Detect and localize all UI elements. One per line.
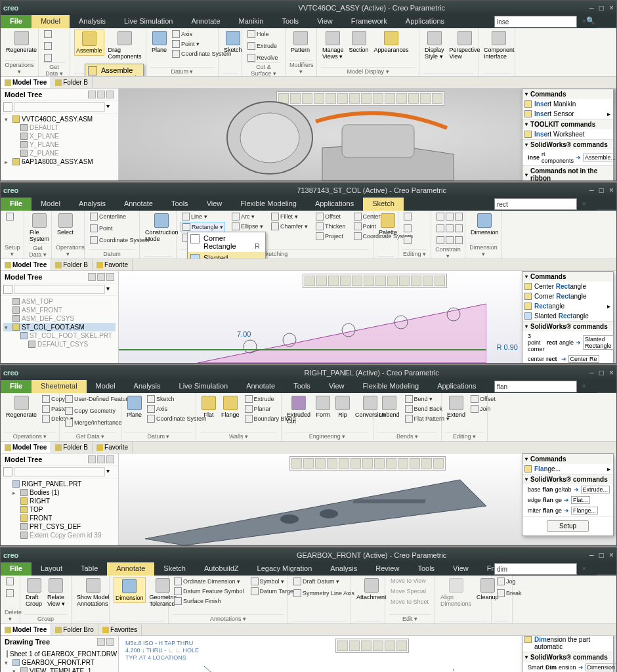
sketch-button[interactable]: Sketch bbox=[223, 30, 244, 54]
rectangle-link[interactable]: Rectangle ▾ bbox=[181, 222, 225, 232]
tab-applications[interactable]: Applications bbox=[306, 198, 363, 211]
search-result[interactable]: Slanted Rectangle bbox=[522, 311, 613, 321]
tab-analysis[interactable]: Analysis bbox=[125, 380, 170, 393]
tab-manikin[interactable]: Manikin bbox=[230, 15, 273, 28]
navtab-model-tree[interactable]: Model Tree bbox=[1, 259, 51, 270]
sp-hdr-commands[interactable]: Commands bbox=[522, 89, 613, 99]
centerline-link[interactable]: Centerline bbox=[89, 212, 127, 221]
navtab-favorite[interactable]: Favorite bbox=[93, 442, 133, 453]
manage-views-button[interactable]: Manage Views ▾ bbox=[321, 30, 345, 61]
draft-datum-link[interactable]: Draft Datum ▾ bbox=[292, 577, 341, 586]
minimize-icon[interactable]: – bbox=[589, 186, 594, 195]
search-result[interactable]: Dimension the part automatic bbox=[522, 636, 613, 652]
maximize-icon[interactable]: □ bbox=[599, 3, 604, 12]
tree-item[interactable]: Y_PLANE bbox=[3, 140, 116, 149]
close-icon[interactable]: × bbox=[609, 186, 614, 195]
quick-access[interactable] bbox=[22, 368, 154, 377]
tree-item[interactable]: ASM_TOP bbox=[3, 297, 116, 306]
tab-autobuildz[interactable]: AutobuildZ bbox=[195, 562, 248, 576]
tree-item[interactable]: X_PLANE bbox=[3, 132, 116, 140]
sp-hdr-solidworks[interactable]: SolidWorks® commands bbox=[522, 140, 613, 150]
tree-toolbar[interactable] bbox=[88, 273, 114, 281]
tab-live-simulation[interactable]: Live Simulation bbox=[115, 15, 182, 28]
tree-item[interactable]: ASM_DEF_CSYS bbox=[3, 314, 116, 323]
tab-live-simulation[interactable]: Live Simulation bbox=[170, 380, 238, 393]
datum-feature-link[interactable]: Datum Feature Symbol bbox=[173, 587, 245, 596]
dropdown-slanted-rect[interactable]: Slanted Rectangle bbox=[188, 252, 265, 259]
tab-annotate[interactable]: Annotate bbox=[107, 562, 154, 576]
navtab-favorite[interactable]: Favorite bbox=[93, 259, 133, 270]
tree-item[interactable]: ST_COL_FOOT_SKEL.PRT bbox=[3, 331, 116, 340]
tree-item[interactable]: Z_PLANE bbox=[3, 149, 116, 158]
navtab-folder[interactable]: Folder Bro bbox=[51, 624, 98, 635]
tab-analysis[interactable]: Analysis bbox=[70, 15, 115, 28]
jog-link[interactable]: Jog bbox=[496, 577, 517, 586]
clear-search-icon[interactable]: × bbox=[582, 200, 586, 207]
tab-view[interactable]: View bbox=[198, 198, 232, 211]
file-system-button[interactable]: File System bbox=[28, 212, 51, 243]
tree-item[interactable]: ▸Bodies (1) bbox=[3, 488, 116, 497]
tab-sketch[interactable]: Sketch bbox=[154, 562, 195, 576]
break-link[interactable]: Break bbox=[496, 589, 523, 598]
3d-viewport[interactable]: Commands Insert Manikin Insert Sensor TO… bbox=[119, 89, 616, 180]
search-mapping[interactable]: base flange/tab➜Extrude... bbox=[522, 484, 613, 495]
plane-button[interactable]: Plane bbox=[150, 30, 168, 54]
tree-filter[interactable]: ▾ bbox=[1, 101, 118, 114]
thicken-link[interactable]: Thicken bbox=[314, 222, 347, 231]
command-search-input[interactable] bbox=[494, 381, 577, 392]
search-result[interactable]: Corner Rectangle bbox=[522, 291, 613, 301]
plane-button[interactable]: Plane bbox=[125, 394, 143, 419]
tree-item[interactable]: DEFAULT_CSYS bbox=[3, 340, 116, 348]
tab-review[interactable]: Review bbox=[366, 562, 408, 576]
revolve-link[interactable]: Revolve bbox=[246, 53, 280, 62]
relate-view-button[interactable]: Relate View ▾ bbox=[46, 577, 66, 608]
navtab-favorites[interactable]: Favorites bbox=[98, 624, 142, 635]
close-icon[interactable]: × bbox=[609, 3, 614, 12]
tree-item[interactable]: PRT_CSYS_DEF bbox=[3, 522, 116, 531]
search-mapping[interactable]: insert components➜Assemble... bbox=[522, 150, 613, 165]
drawing-viewport[interactable]: M5x.8 ISO - H TAP THRU 4.200 ↓ THRU - ∟ … bbox=[119, 636, 616, 672]
flat-button[interactable]: Flat bbox=[200, 394, 217, 419]
point-link[interactable]: Point bbox=[89, 224, 114, 233]
rip-button[interactable]: Rip bbox=[334, 394, 351, 419]
chamfer-link[interactable]: Chamfer ▾ bbox=[270, 222, 309, 231]
tab-annotate[interactable]: Annotate bbox=[182, 15, 229, 28]
construction-mode-button[interactable]: Construction Mode bbox=[144, 212, 180, 243]
tree-filter[interactable]: ▾ bbox=[1, 284, 118, 296]
flange-button[interactable]: Flange bbox=[220, 394, 241, 419]
clear-search-icon[interactable]: × bbox=[582, 382, 586, 390]
tab-table[interactable]: Table bbox=[72, 562, 107, 576]
maximize-icon[interactable]: □ bbox=[599, 186, 604, 195]
tree-item[interactable]: Extern Copy Geom id 39 bbox=[3, 531, 116, 539]
tab-annotate[interactable]: Annotate bbox=[237, 380, 284, 393]
minimize-icon[interactable]: – bbox=[589, 368, 594, 377]
quick-access[interactable] bbox=[22, 186, 154, 195]
search-result[interactable]: Rectangle bbox=[522, 301, 613, 311]
minimize-icon[interactable]: – bbox=[589, 3, 594, 12]
arc-link[interactable]: Arc ▾ bbox=[230, 212, 265, 221]
tree-item[interactable]: Sheet 1 of GEARBOX_FRONT.DRW bbox=[3, 650, 116, 658]
command-search-input[interactable] bbox=[494, 16, 577, 28]
tab-annotate[interactable]: Annotate bbox=[115, 198, 162, 211]
form-button[interactable]: Form bbox=[314, 394, 331, 419]
tree-toolbar[interactable] bbox=[97, 638, 114, 646]
tree-item[interactable]: ▾GEARBOX_FRONT.PRT bbox=[3, 658, 116, 667]
dropdown-assemble[interactable]: AssembleA bbox=[85, 64, 143, 76]
tab-view[interactable]: View bbox=[444, 562, 478, 576]
navtab-model-tree[interactable]: Model Tree bbox=[1, 442, 51, 453]
dimension-button[interactable]: Dimension bbox=[114, 577, 146, 603]
search-result[interactable]: Insert Manikin bbox=[522, 99, 613, 109]
sp-hdr-not-ribbon[interactable]: Commands not in the ribbon bbox=[522, 166, 613, 180]
regenerate-button[interactable]: Regenerate bbox=[5, 394, 38, 419]
select-button[interactable]: Select bbox=[56, 212, 75, 237]
navtab-folder[interactable]: Folder B bbox=[51, 77, 93, 88]
maximize-icon[interactable]: □ bbox=[599, 551, 604, 560]
drag-components-button[interactable]: Drag Components bbox=[107, 30, 143, 61]
tree-filter[interactable]: ▾ bbox=[1, 466, 118, 478]
assemble-button[interactable]: Assemble bbox=[74, 30, 104, 56]
copy-geom-link[interactable]: Copy Geometry bbox=[64, 406, 117, 415]
tab-model[interactable]: Model bbox=[87, 380, 125, 393]
quick-access[interactable] bbox=[22, 551, 154, 560]
setup-button[interactable]: Setup bbox=[547, 520, 589, 532]
tab-analysis[interactable]: Analysis bbox=[70, 198, 115, 211]
